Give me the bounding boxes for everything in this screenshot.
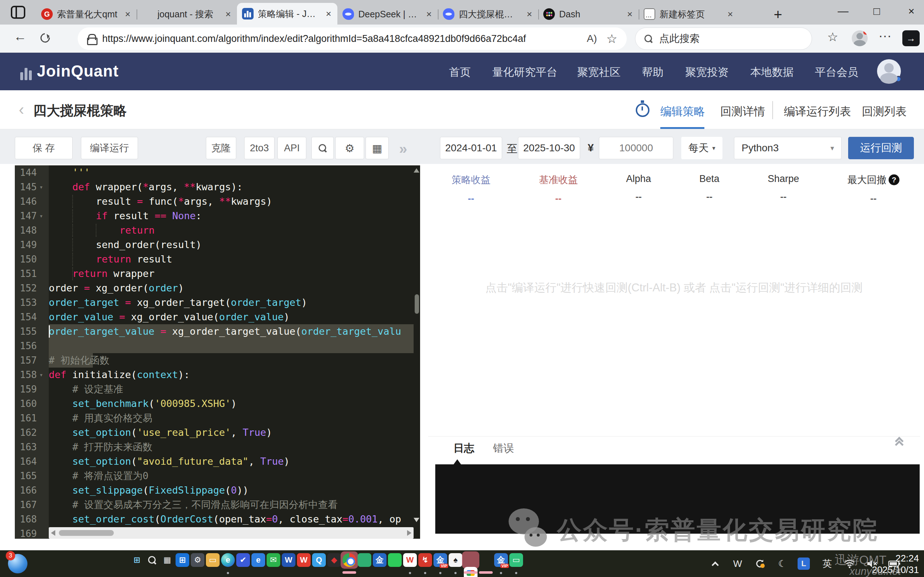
code-line-159[interactable]: 159# 设定基准 [15,382,420,396]
2to3-button[interactable]: 2to3 [244,137,274,159]
back-button[interactable]: ← [14,29,27,44]
browser-tab-1[interactable]: G索普量化大qmt× [36,3,137,24]
collapse-chevrons-icon[interactable] [896,440,902,448]
browser-tab-6[interactable]: Dash× [538,3,639,24]
code-line-162[interactable]: 162set_option('use_real_price', True) [15,425,420,440]
tab-actions-icon[interactable] [11,6,25,19]
tab-close-icon[interactable]: × [223,9,231,20]
browser-tab-4[interactable]: DeepSeek | 深度× [337,3,438,24]
nav-item-7[interactable]: 平台会员 [815,65,858,80]
header-tab-1[interactable]: 编辑策略 [660,104,705,119]
guojin-qmt-vip-icon[interactable]: 金VIP [434,553,447,567]
editor-horizontal-scrollbar[interactable] [49,527,414,539]
browser-tab-3[interactable]: 策略编辑 - JoinQ× [237,3,337,24]
editor-search-button[interactable] [311,137,334,159]
code-line-165[interactable]: 165# 将滑点设置为0 [15,469,420,483]
restore-button[interactable]: □ [866,5,887,17]
nav-item-2[interactable]: 量化研究平台 [492,65,557,80]
code-line-151[interactable]: 151return wrapper [15,266,420,281]
browser-tab-5[interactable]: 四大搅屎棍策略× [438,3,538,24]
horizontal-scroll-thumb[interactable] [59,530,114,536]
code-line-145[interactable]: 145▾def wrapper(*args, **kwargs): [15,180,420,194]
qq-icon[interactable]: Q [312,553,326,567]
qmt-icon[interactable]: 金 [373,553,387,567]
save-button[interactable]: 保 存 [15,137,73,159]
code-line-146[interactable]: 146result = func(*args, **kwargs) [15,194,420,209]
favorite-star-icon[interactable]: ☆ [606,31,617,46]
frequency-select[interactable]: 每天▾ [681,137,722,159]
scroll-down-icon[interactable] [414,518,419,522]
code-editor[interactable]: 144'''145▾def wrapper(*args, **kwargs):1… [15,165,420,539]
message-app-icon[interactable]: ▭ [509,553,523,567]
sync-tray-icon[interactable] [753,556,767,571]
browser-tab-2[interactable]: joquant - 搜索× [137,3,237,24]
browser-tab-7[interactable]: 新建标签页× [639,3,739,24]
tab-close-icon[interactable]: × [524,9,532,20]
nav-item-4[interactable]: 帮助 [642,65,664,80]
tab-close-icon[interactable]: × [725,9,733,20]
code-line-166[interactable]: 166set_slippage(FixedSlippage(0)) [15,483,420,498]
code-line-149[interactable]: 149send_order(result) [15,238,420,252]
taskbar-clock[interactable]: 22:24 2025/10/31 [872,553,919,575]
code-line-158[interactable]: 158▾def initialize(context): [15,367,420,382]
code-line-155[interactable]: 155order_target_value = xg_order_target_… [15,324,420,339]
copilot-sidebar-icon[interactable]: → [902,30,920,46]
code-line-156[interactable]: 156 [15,339,420,353]
code-line-157[interactable]: 157# 初始化函数 [15,353,420,367]
help-icon[interactable]: ? [889,174,900,185]
code-line-168[interactable]: 168set_order_cost(OrderCost(open_tax=0, … [15,512,420,527]
file-explorer-icon[interactable]: ▭ [206,553,219,567]
task-view-icon[interactable]: ▦ [160,553,174,567]
security-shield-icon[interactable]: ✔ [236,553,250,567]
green-app-icon[interactable] [358,553,371,567]
joinquant-logo[interactable]: JoinQuant [20,62,119,80]
edge-blue-icon[interactable]: e [252,553,265,567]
word-icon[interactable]: W [282,553,295,567]
tab-close-icon[interactable]: × [123,9,131,20]
scroll-up-icon[interactable] [414,168,419,172]
refresh-icon[interactable] [39,31,52,45]
end-date-input[interactable]: 2025-10-30 [518,137,580,159]
wps-red-icon[interactable]: W [297,553,311,567]
header-tab-2[interactable]: 回测详情 [720,104,765,119]
capital-input[interactable]: 100000 [599,137,673,159]
code-line-163[interactable]: 163# 打开防未来函数 [15,440,420,454]
guojin-qmt-vip2-icon[interactable]: 金VIP [494,553,508,567]
edge-browser-icon[interactable]: e [221,553,235,567]
mail-icon[interactable]: ✉ [266,553,280,567]
close-button[interactable]: × [900,5,922,17]
code-line-160[interactable]: 160set_benchmark('000985.XSHG') [15,396,420,411]
ms-store-icon[interactable]: ⊞ [176,553,189,567]
nightlight-tray-icon[interactable]: ☾ [775,556,790,571]
tab-close-icon[interactable]: × [324,8,331,19]
language-select[interactable]: Python3▾ [734,137,842,159]
windows-start-icon[interactable]: ⊞ [130,553,144,567]
log-console[interactable] [435,464,920,533]
read-aloud-icon[interactable]: A) [587,33,597,44]
run-backtest-button[interactable]: 运行回测 [848,137,914,159]
quick-search-box[interactable]: 点此搜索 [635,27,812,50]
wps-tray-icon[interactable]: W [730,556,745,571]
poker-game-icon[interactable]: ♠ [448,553,462,567]
log-tab-1[interactable]: 日志 [453,441,474,456]
editor-settings-button[interactable]: ⚙▾ [335,137,364,159]
settings-gear-icon[interactable]: ⚙ [191,553,205,567]
user-avatar[interactable] [877,59,901,83]
nav-item-3[interactable]: 聚宽社区 [577,65,621,80]
minimize-button[interactable]: — [832,5,854,17]
header-tab-4[interactable]: 回测列表 [862,104,907,119]
vertical-scroll-thumb[interactable] [415,294,419,314]
stopwatch-icon[interactable] [636,103,650,117]
wechat-work-icon[interactable] [388,553,402,567]
nav-item-1[interactable]: 首页 [449,65,471,80]
tray-expand-chevron-icon[interactable] [708,556,722,571]
code-line-154[interactable]: 154order_value = xg_order_value(order_va… [15,310,420,324]
favorites-bar-icon[interactable]: ☆ [827,30,838,44]
dark-app-icon[interactable]: ◆ [327,553,341,567]
more-tools-icon[interactable]: » [399,141,407,157]
api-button[interactable]: API [277,137,306,159]
fold-arrow-icon[interactable]: ▾ [39,367,43,382]
fold-arrow-icon[interactable]: ▾ [39,209,43,223]
lenovo-tray-icon[interactable]: L [798,558,810,570]
tab-close-icon[interactable]: × [625,9,632,20]
